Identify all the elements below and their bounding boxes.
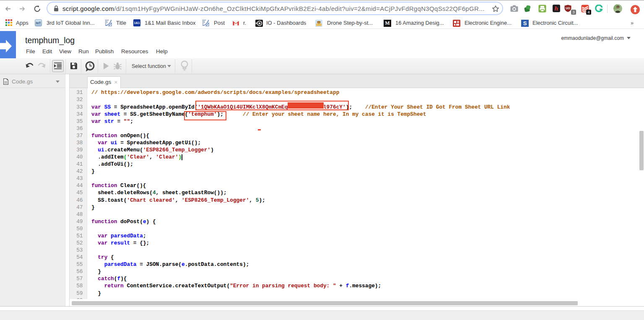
- svg-text:UO: UO: [566, 7, 570, 10]
